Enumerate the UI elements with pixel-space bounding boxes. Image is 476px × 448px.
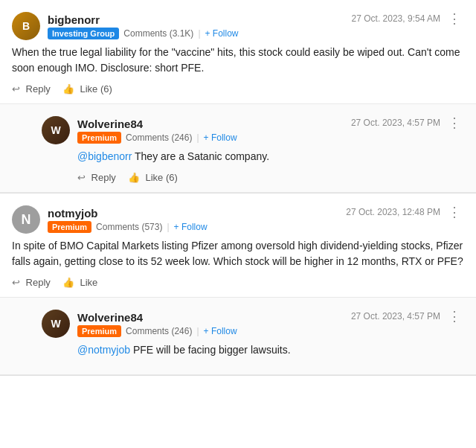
like-icon: 👍 <box>128 172 140 183</box>
separator: | <box>167 222 169 232</box>
separator: | <box>198 28 200 39</box>
actions-row: ↩ Reply👍 Like (6) <box>77 172 464 183</box>
comment-left: WWolverine84PremiumComments (246)|+ Foll… <box>42 116 237 144</box>
like-icon: 👍 <box>62 277 74 288</box>
comment-body: @notmyjob PFE will be facing bigger laws… <box>77 342 464 358</box>
comment-header: WWolverine84PremiumComments (246)|+ Foll… <box>42 310 464 338</box>
like-button[interactable]: 👍 Like <box>62 277 97 288</box>
badge: Premium <box>77 132 121 144</box>
badge: Premium <box>77 325 121 337</box>
comments-count: Comments (573) <box>96 222 162 232</box>
comments-count: Comments (246) <box>126 132 192 143</box>
meta-row: PremiumComments (246)|+ Follow <box>77 325 237 337</box>
reply-button[interactable]: ↩ Reply <box>12 277 51 288</box>
separator: | <box>196 326 199 336</box>
reply-block: WWolverine84PremiumComments (246)|+ Foll… <box>0 298 476 375</box>
timestamp: 27 Oct. 2023, 4:57 PM <box>351 311 440 321</box>
timestamp: 27 Oct. 2023, 4:57 PM <box>351 118 440 128</box>
comment-body: When the true legal liability for the "v… <box>12 45 464 76</box>
comment-header: NnotmyjobPremiumComments (573)|+ Follow2… <box>12 205 464 234</box>
follow-button[interactable]: + Follow <box>205 28 239 39</box>
follow-button[interactable]: + Follow <box>204 326 237 336</box>
comment-block: BbigbenorrInvesting GroupComments (3.1K)… <box>0 0 476 104</box>
comment-header: WWolverine84PremiumComments (246)|+ Foll… <box>42 116 464 144</box>
reply-arrow-icon: ↩ <box>77 172 86 183</box>
body-text: PFE will be facing bigger lawsuits. <box>130 344 291 356</box>
avatar: B <box>12 12 40 40</box>
reply-button[interactable]: ↩ Reply <box>77 172 116 183</box>
comment-body: @bigbenorr They are a Satanic company. <box>77 149 464 164</box>
separator: | <box>196 132 199 143</box>
follow-button[interactable]: + Follow <box>174 222 208 232</box>
avatar: W <box>42 310 70 338</box>
avatar: N <box>12 205 40 234</box>
header-right: 27 Oct. 2023, 9:54 AM⋮ <box>352 12 464 25</box>
username[interactable]: Wolverine84 <box>77 118 237 130</box>
comments-count: Comments (3.1K) <box>123 28 193 39</box>
more-options-icon[interactable]: ⋮ <box>445 12 464 25</box>
reply-block: WWolverine84PremiumComments (246)|+ Foll… <box>0 104 476 193</box>
comments-count: Comments (246) <box>126 326 192 336</box>
mention[interactable]: @notmyjob <box>77 344 130 356</box>
username[interactable]: bigbenorr <box>48 13 239 26</box>
comment-left: BbigbenorrInvesting GroupComments (3.1K)… <box>12 12 239 40</box>
meta-row: PremiumComments (573)|+ Follow <box>48 221 208 233</box>
like-icon: 👍 <box>62 83 74 95</box>
author-info: Wolverine84PremiumComments (246)|+ Follo… <box>77 118 237 144</box>
meta-row: Investing GroupComments (3.1K)|+ Follow <box>48 28 239 39</box>
comment-left: NnotmyjobPremiumComments (573)|+ Follow <box>12 205 208 234</box>
timestamp: 27 Oct. 2023, 12:48 PM <box>346 207 440 217</box>
comment-left: WWolverine84PremiumComments (246)|+ Foll… <box>42 310 237 338</box>
meta-row: PremiumComments (246)|+ Follow <box>77 132 237 144</box>
comment-header: BbigbenorrInvesting GroupComments (3.1K)… <box>12 12 464 40</box>
username[interactable]: Wolverine84 <box>77 311 237 324</box>
author-info: notmyjobPremiumComments (573)|+ Follow <box>48 207 208 233</box>
mention[interactable]: @bigbenorr <box>77 150 132 162</box>
like-button[interactable]: 👍 Like (6) <box>62 83 112 95</box>
header-right: 27 Oct. 2023, 4:57 PM⋮ <box>351 116 464 129</box>
author-info: Wolverine84PremiumComments (246)|+ Follo… <box>77 311 237 337</box>
avatar: W <box>42 116 70 144</box>
badge: Investing Group <box>48 28 119 39</box>
header-right: 27 Oct. 2023, 4:57 PM⋮ <box>351 310 464 323</box>
comment-body: In spite of BMO Capital Markets listing … <box>12 238 464 269</box>
body-text: They are a Satanic company. <box>132 150 269 162</box>
more-options-icon[interactable]: ⋮ <box>445 310 464 323</box>
actions-row: ↩ Reply👍 Like <box>12 277 464 288</box>
header-right: 27 Oct. 2023, 12:48 PM⋮ <box>346 205 464 219</box>
actions-row: ↩ Reply👍 Like (6) <box>12 83 464 95</box>
comment-block: NnotmyjobPremiumComments (573)|+ Follow2… <box>0 193 476 298</box>
reply-arrow-icon: ↩ <box>12 277 20 288</box>
username[interactable]: notmyjob <box>48 207 208 220</box>
like-button[interactable]: 👍 Like (6) <box>128 172 178 183</box>
more-options-icon[interactable]: ⋮ <box>445 116 464 129</box>
follow-button[interactable]: + Follow <box>204 132 237 143</box>
more-options-icon[interactable]: ⋮ <box>445 205 464 219</box>
reply-arrow-icon: ↩ <box>12 83 20 95</box>
timestamp: 27 Oct. 2023, 9:54 AM <box>352 13 440 24</box>
reply-button[interactable]: ↩ Reply <box>12 83 51 95</box>
author-info: bigbenorrInvesting GroupComments (3.1K)|… <box>48 13 239 39</box>
badge: Premium <box>48 221 91 233</box>
